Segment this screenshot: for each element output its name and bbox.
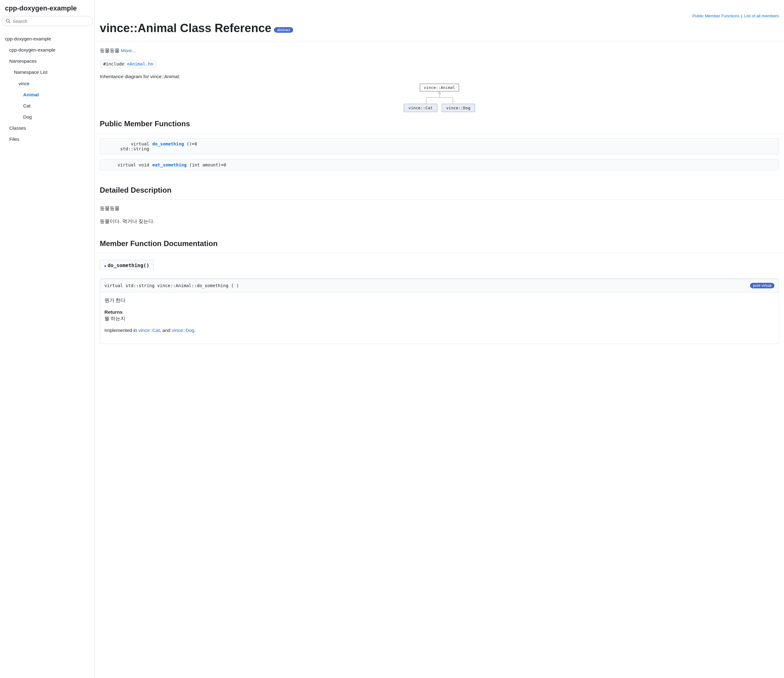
function-signature: virtual std::string vince::Animal::do_so… xyxy=(100,279,779,292)
implemented-in: Implemented in vince::Cat, and vince::Do… xyxy=(104,328,775,333)
function-card: virtual std::string vince::Animal::do_so… xyxy=(100,278,779,344)
separator: | xyxy=(740,14,744,18)
more-link[interactable]: More... xyxy=(121,48,136,53)
member-return-type: virtual void xyxy=(104,162,152,167)
member-return-type: virtual std::string xyxy=(104,142,152,151)
member-row: virtual std::string do_something ()=0 xyxy=(100,138,779,154)
member-link-do-something[interactable]: do_something xyxy=(152,142,184,146)
pure-virtual-badge: pure virtual xyxy=(750,283,775,288)
diamond-icon: ◆ xyxy=(104,264,106,268)
detail-text: 동물동물 xyxy=(100,205,779,212)
returns-block: Returns 뭘 하는지 xyxy=(104,309,775,322)
inh-child-cat[interactable]: vince::Cat xyxy=(404,104,437,112)
nav-item[interactable]: Dog xyxy=(0,112,95,123)
impl-link-cat[interactable]: vince::Cat xyxy=(139,328,160,333)
nav-item[interactable]: vince xyxy=(0,78,95,89)
section-detailed-description: Detailed Description xyxy=(100,186,779,194)
site-title: cpp-doxygen-example xyxy=(0,3,95,16)
function-tab: ◆do_something() xyxy=(100,260,154,271)
search-input[interactable] xyxy=(2,16,93,26)
nav-item[interactable]: cpp-doxygen-example xyxy=(0,33,95,45)
sidebar: cpp-doxygen-example cpp-doxygen-example … xyxy=(0,0,95,678)
section-member-function-doc: Member Function Documentation xyxy=(100,239,779,248)
nav-item-animal[interactable]: Animal xyxy=(0,89,95,100)
link-all-members[interactable]: List of all members xyxy=(744,14,779,18)
function-desc: 뭔가 한다 xyxy=(104,297,775,304)
nav-item[interactable]: Cat xyxy=(0,100,95,112)
page-title: vince::Animal Class Reference xyxy=(100,22,271,34)
brief-description: 동물동물 More... xyxy=(100,48,779,54)
nav-item[interactable]: cpp-doxygen-example xyxy=(0,45,95,56)
inh-child-dog[interactable]: vince::Dog xyxy=(442,104,475,112)
inh-parent-box[interactable]: vince::Animal xyxy=(420,84,459,92)
main-content: Public Member Functions | List of all me… xyxy=(95,0,784,678)
divider xyxy=(95,253,784,253)
member-link-eat-something[interactable]: eat_something xyxy=(152,162,187,167)
include-directive: #include <Animal.h> xyxy=(100,59,157,68)
inheritance-diagram: vince::Animal vince::Cat vince::Dog xyxy=(100,84,779,112)
nav-item[interactable]: Namespace List xyxy=(0,67,95,78)
section-public-member-functions: Public Member Functions xyxy=(100,120,779,128)
inh-connector xyxy=(415,92,464,104)
impl-link-dog[interactable]: vince::Dog xyxy=(172,328,194,333)
nav-item[interactable]: Namespaces xyxy=(0,56,95,67)
include-file-link[interactable]: Animal.h xyxy=(129,61,150,66)
member-row: virtual void eat_something (int amount)=… xyxy=(100,159,779,170)
nav-item[interactable]: Files xyxy=(0,134,95,145)
nav-tree: cpp-doxygen-example cpp-doxygen-example … xyxy=(0,31,95,145)
top-links: Public Member Functions | List of all me… xyxy=(95,0,784,18)
abstract-badge: abstract xyxy=(274,27,293,33)
nav-item[interactable]: Classes xyxy=(0,123,95,134)
inheritance-caption: Inheritance diagram for vince::Animal: xyxy=(100,74,779,79)
detail-text: 동물이다. 먹거나 짖는다. xyxy=(100,218,779,225)
link-public-members[interactable]: Public Member Functions xyxy=(692,14,739,18)
